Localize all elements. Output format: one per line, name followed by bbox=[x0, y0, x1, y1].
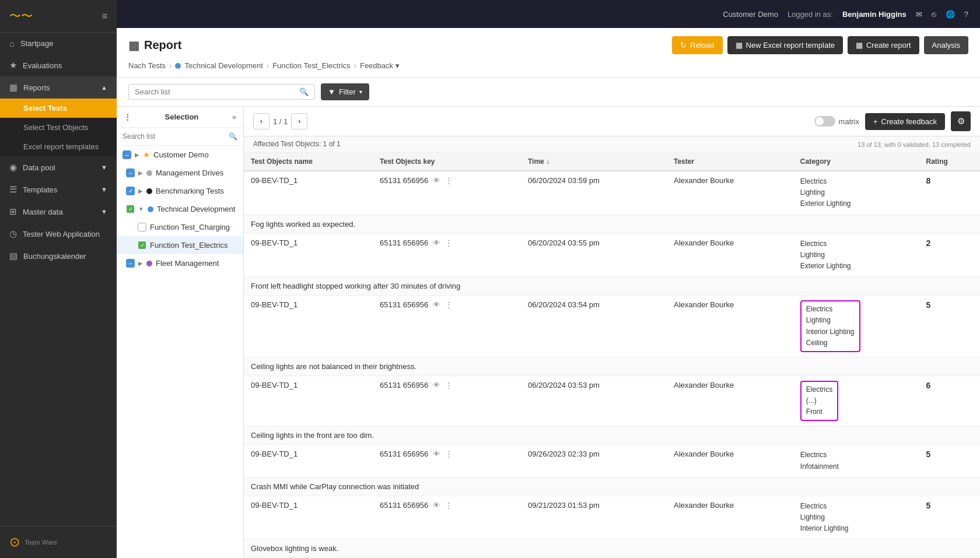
eye-icon[interactable]: 👁 bbox=[433, 238, 440, 247]
checkbox-mgmt[interactable]: – bbox=[126, 169, 135, 177]
star-icon: ★ bbox=[143, 150, 150, 159]
cell-category: ElectricsLightingExterior Lighting bbox=[793, 233, 919, 277]
dots-icon[interactable]: ⋮ bbox=[445, 501, 453, 510]
sidebar-sub-reports: Select Tests Select Test Objects Excel r… bbox=[0, 99, 117, 156]
chevron-icon: ▼ bbox=[138, 206, 144, 212]
search-filter-bar: 🔍 ▼ Filter ▾ bbox=[117, 78, 980, 107]
sidebar-item-label: Startpage bbox=[20, 39, 53, 48]
right-actions: matrix + Create feedback ⚙ bbox=[814, 111, 971, 131]
cell-obj-name: 09-BEV-TD_1 bbox=[244, 296, 373, 357]
checkbox-bench[interactable]: ✓ bbox=[126, 187, 135, 195]
checkbox-customer-demo[interactable]: – bbox=[123, 150, 131, 159]
filter-icon: ▼ bbox=[328, 87, 335, 96]
cell-time: 06/20/2024 03:59 pm bbox=[521, 171, 667, 215]
dot-blue bbox=[148, 206, 153, 212]
settings-button[interactable]: ⚙ bbox=[951, 111, 971, 131]
plus-icon: + bbox=[873, 117, 878, 126]
cell-rating: 2 bbox=[919, 233, 980, 277]
eye-icon[interactable]: 👁 bbox=[433, 176, 440, 185]
search-input[interactable] bbox=[135, 87, 299, 96]
eye-icon[interactable]: 👁 bbox=[433, 501, 440, 510]
dots-icon[interactable]: ⋮ bbox=[445, 450, 453, 458]
matrix-toggle-switch[interactable] bbox=[814, 116, 835, 127]
feedback-table: Test Objects name Test Objects key Time … bbox=[244, 153, 980, 558]
table-container: Affected Test Objects: 1 of 1 13 of 13, … bbox=[244, 136, 980, 558]
header-top: ▦ Report ↻ Reload ▦ New Excel report tem… bbox=[128, 36, 968, 54]
analysis-button[interactable]: Analysis bbox=[924, 36, 968, 54]
create-report-button[interactable]: ▦ Create report bbox=[848, 36, 919, 54]
sidebar: 〜〜 ≡ ⌂ Startpage ★ Evaluations ▦ Reports… bbox=[0, 0, 117, 558]
sidebar-item-templates[interactable]: ☰ Templates ▼ bbox=[0, 178, 117, 201]
cell-time: 06/20/2024 03:55 pm bbox=[521, 233, 667, 277]
breadcrumb-tech-dev[interactable]: Technical Development bbox=[184, 61, 262, 70]
page-info: 1 / 1 bbox=[273, 117, 288, 126]
breadcrumb-function-test[interactable]: Function Test_Electrics bbox=[272, 61, 350, 70]
prev-page-button[interactable]: ‹ bbox=[253, 113, 270, 129]
feedback-text: Ceiling lights in the front are too dim. bbox=[244, 426, 980, 445]
dots-icon[interactable]: ⋮ bbox=[445, 238, 453, 247]
chevron-down-icon: ▼ bbox=[101, 208, 107, 215]
teamware-label: Team Ware bbox=[24, 539, 57, 546]
home-icon: ⌂ bbox=[9, 38, 15, 48]
globe-icon[interactable]: 🌐 bbox=[946, 10, 955, 19]
dot-gray bbox=[146, 170, 152, 176]
hamburger-icon[interactable]: ≡ bbox=[102, 11, 107, 22]
cell-rating: 5 bbox=[919, 296, 980, 357]
tree-item-function-charging[interactable]: Function Test_Charging bbox=[117, 218, 243, 236]
new-excel-button[interactable]: ▦ New Excel report template bbox=[727, 36, 843, 54]
reload-button[interactable]: ↻ Reload bbox=[672, 36, 722, 54]
excel-icon: ▦ bbox=[736, 41, 743, 50]
tree-item-technical-dev[interactable]: ✓ ▼ Technical Development bbox=[117, 200, 243, 218]
sidebar-item-select-tests[interactable]: Select Tests bbox=[0, 99, 117, 118]
filter-button[interactable]: ▼ Filter ▾ bbox=[321, 83, 369, 100]
next-page-button[interactable]: › bbox=[291, 113, 307, 129]
tree-item-benchmarking[interactable]: ✓ ▶ Benchmarking Tests bbox=[117, 182, 243, 200]
collapse-icon[interactable]: » bbox=[232, 113, 236, 121]
tree-item-management-drives[interactable]: – ▶ Management Drives bbox=[117, 164, 243, 182]
eye-icon[interactable]: 👁 bbox=[433, 450, 440, 458]
stats-label: 13 of 13, with 0 validated, 13 completed bbox=[858, 141, 971, 148]
dots-icon[interactable]: ⋮ bbox=[445, 176, 453, 185]
cell-tester: Alexander Bourke bbox=[667, 171, 793, 215]
checkbox-fleet[interactable]: – bbox=[126, 259, 135, 268]
sidebar-item-startpage[interactable]: ⌂ Startpage bbox=[0, 33, 117, 54]
sidebar-item-evaluations[interactable]: ★ Evaluations bbox=[0, 54, 117, 76]
tree-item-function-electrics[interactable]: ✓ Function Test_Electrics bbox=[117, 236, 243, 254]
checkbox-tech-dev[interactable]: ✓ bbox=[126, 205, 135, 213]
mail-icon[interactable]: ✉ bbox=[916, 10, 922, 19]
create-feedback-button[interactable]: + Create feedback bbox=[865, 113, 945, 130]
dots-icon[interactable]: ⋮ bbox=[445, 300, 453, 309]
logo-icon: 〜〜 bbox=[9, 8, 33, 24]
checkbox-electrics[interactable]: ✓ bbox=[138, 241, 146, 250]
cell-category: ElectricsLightingInterior LightingCeilin… bbox=[793, 296, 919, 357]
dots-icon[interactable]: ⋮ bbox=[124, 113, 131, 121]
logout-icon[interactable]: ⎋ bbox=[932, 10, 936, 19]
left-panel-search: 🔍 bbox=[117, 128, 243, 146]
breadcrumb-nach-tests[interactable]: Nach Tests bbox=[128, 61, 166, 70]
breadcrumb-feedback-dropdown[interactable]: Feedback ▾ bbox=[360, 61, 400, 70]
dot-black bbox=[146, 188, 152, 194]
sidebar-item-tester-web-app[interactable]: ◷ Tester Web Application bbox=[0, 223, 117, 245]
eye-icon[interactable]: 👁 bbox=[433, 300, 440, 309]
sidebar-item-buchungskalender[interactable]: ▤ Buchungskalender bbox=[0, 245, 117, 267]
eye-icon[interactable]: 👁 bbox=[433, 381, 440, 389]
sidebar-item-reports[interactable]: ▦ Reports ▲ bbox=[0, 76, 117, 99]
cell-obj-name: 09-BEV-TD_1 bbox=[244, 233, 373, 277]
sidebar-item-data-pool[interactable]: ◉ Data pool ▼ bbox=[0, 156, 117, 178]
cell-time: 09/21/2023 01:53 pm bbox=[521, 496, 667, 539]
sidebar-item-excel-report-templates[interactable]: Excel report templates bbox=[0, 137, 117, 156]
breadcrumb-feedback-label: Feedback bbox=[360, 61, 393, 70]
sidebar-item-select-test-objects[interactable]: Select Test Objects bbox=[0, 118, 117, 137]
help-icon[interactable]: ? bbox=[964, 10, 968, 19]
col-time[interactable]: Time bbox=[521, 153, 667, 171]
table-feedback-row: Ceiling lights are not balanced in their… bbox=[244, 357, 980, 375]
tree-item-fleet[interactable]: – ▶ Fleet Management bbox=[117, 254, 243, 272]
tree-item-customer-demo[interactable]: – ▶ ★ Customer Demo bbox=[117, 146, 243, 164]
dot-purple bbox=[146, 261, 152, 266]
left-search-input[interactable] bbox=[123, 132, 225, 141]
sidebar-item-master-data[interactable]: ⊞ Master data ▼ bbox=[0, 201, 117, 223]
cell-category: ElectricsLightingExterior Lighting bbox=[793, 171, 919, 215]
checkbox-charging[interactable] bbox=[138, 223, 146, 231]
sidebar-item-label: Reports bbox=[23, 83, 50, 92]
dots-icon[interactable]: ⋮ bbox=[445, 381, 453, 389]
